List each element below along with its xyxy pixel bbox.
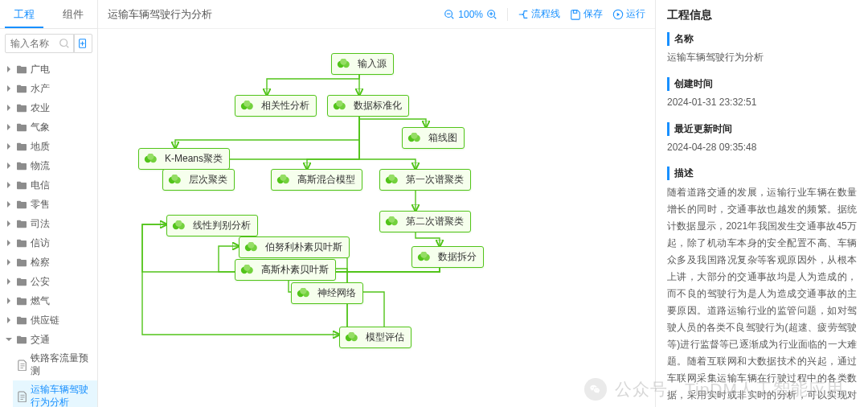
info-desc-label: 描述 bbox=[667, 166, 857, 180]
folder-物流[interactable]: 物流 bbox=[0, 156, 97, 175]
folder-供应链[interactable]: 供应链 bbox=[0, 310, 97, 330]
folder-检察[interactable]: 检察 bbox=[0, 253, 97, 272]
folder-气象[interactable]: 气象 bbox=[0, 117, 97, 137]
file-item[interactable]: 铁路客流量预测 bbox=[13, 349, 97, 380]
node-icon bbox=[172, 220, 188, 232]
node-icon bbox=[333, 101, 349, 112]
folder-电信[interactable]: 电信 bbox=[0, 175, 97, 195]
node-icon bbox=[297, 288, 313, 299]
zoom-in-icon[interactable] bbox=[486, 9, 497, 20]
folder-零售[interactable]: 零售 bbox=[0, 195, 97, 214]
node-gaussian-nb[interactable]: 高斯朴素贝叶斯 bbox=[235, 259, 336, 281]
node-icon bbox=[244, 242, 260, 253]
save-button[interactable]: 保存 bbox=[570, 7, 603, 21]
folder-信访[interactable]: 信访 bbox=[0, 233, 97, 253]
info-created-label: 创建时间 bbox=[667, 77, 857, 91]
folder-交通[interactable]: 交通 bbox=[0, 330, 97, 349]
node-bernoulli-nb[interactable]: 伯努利朴素贝叶斯 bbox=[239, 236, 350, 258]
node-icon bbox=[240, 265, 256, 276]
svg-line-1 bbox=[67, 46, 69, 48]
folder-农业[interactable]: 农业 bbox=[0, 98, 97, 117]
info-updated-label: 最近更新时间 bbox=[667, 122, 857, 136]
node-boxplot[interactable]: 箱线图 bbox=[402, 127, 465, 149]
node-icon bbox=[417, 252, 433, 263]
node-correlation[interactable]: 相关性分析 bbox=[235, 95, 317, 117]
workflow-canvas[interactable]: 输入源 相关性分析 数据标准化 箱线图 K-Means聚类 层次聚类 高斯混合模… bbox=[98, 29, 655, 407]
file-item[interactable]: 运输车辆驾驶行为分析 bbox=[13, 380, 97, 407]
folder-水产[interactable]: 水产 bbox=[0, 79, 97, 98]
tab-project[interactable]: 工程 bbox=[0, 0, 49, 28]
node-icon bbox=[385, 216, 401, 228]
svg-line-11 bbox=[494, 16, 497, 18]
svg-rect-12 bbox=[573, 10, 576, 13]
svg-line-7 bbox=[452, 16, 454, 18]
run-button[interactable]: 运行 bbox=[612, 7, 645, 21]
node-icon bbox=[144, 154, 160, 165]
node-icon bbox=[385, 175, 401, 186]
folder-地质[interactable]: 地质 bbox=[0, 137, 97, 156]
zoom-level: 100% bbox=[458, 9, 483, 20]
node-neural-net[interactable]: 神经网络 bbox=[291, 282, 363, 304]
svg-point-0 bbox=[60, 39, 68, 47]
node-gmm[interactable]: 高斯混合模型 bbox=[271, 169, 362, 191]
plus-file-icon bbox=[77, 38, 88, 49]
flowline-icon bbox=[518, 9, 529, 20]
info-name-label: 名称 bbox=[667, 32, 857, 46]
node-spectral-1[interactable]: 第一次谱聚类 bbox=[379, 169, 471, 191]
node-icon bbox=[345, 332, 361, 343]
node-standardize[interactable]: 数据标准化 bbox=[327, 95, 409, 117]
info-panel-title: 工程信息 bbox=[667, 8, 857, 23]
node-icon bbox=[168, 175, 184, 186]
info-created-value: 2024-01-31 23:32:51 bbox=[667, 95, 857, 111]
node-kmeans[interactable]: K-Means聚类 bbox=[138, 148, 230, 170]
info-desc-value: 随着道路交通的发展，运输行业车辆在数量增长的同时，交通事故也越发的频繁。据统计数… bbox=[667, 184, 857, 407]
node-icon bbox=[337, 59, 353, 70]
folder-司法[interactable]: 司法 bbox=[0, 214, 97, 233]
info-name-value: 运输车辆驾驶行为分析 bbox=[667, 50, 857, 66]
node-hierarchical[interactable]: 层次聚类 bbox=[162, 169, 235, 191]
folder-公安[interactable]: 公安 bbox=[0, 272, 97, 291]
node-data-split[interactable]: 数据拆分 bbox=[411, 246, 484, 268]
folder-广电[interactable]: 广电 bbox=[0, 60, 97, 79]
info-updated-value: 2024-04-28 09:35:48 bbox=[667, 140, 857, 156]
node-model-eval[interactable]: 模型评估 bbox=[339, 327, 411, 348]
folder-燃气[interactable]: 燃气 bbox=[0, 291, 97, 310]
node-lda[interactable]: 线性判别分析 bbox=[166, 215, 258, 236]
play-icon bbox=[612, 9, 624, 20]
flowline-button[interactable]: 流程线 bbox=[518, 7, 560, 21]
node-spectral-2[interactable]: 第二次谱聚类 bbox=[379, 211, 471, 232]
node-icon bbox=[240, 101, 256, 112]
node-icon bbox=[407, 133, 424, 144]
breadcrumb: 运输车辆驾驶行为分析 bbox=[108, 7, 212, 22]
tab-component[interactable]: 组件 bbox=[49, 0, 98, 28]
search-icon bbox=[59, 38, 70, 49]
zoom-out-icon[interactable] bbox=[444, 9, 455, 20]
save-icon bbox=[570, 9, 581, 20]
add-button[interactable] bbox=[73, 34, 92, 53]
node-input-source[interactable]: 输入源 bbox=[331, 53, 394, 75]
node-icon bbox=[276, 175, 293, 186]
